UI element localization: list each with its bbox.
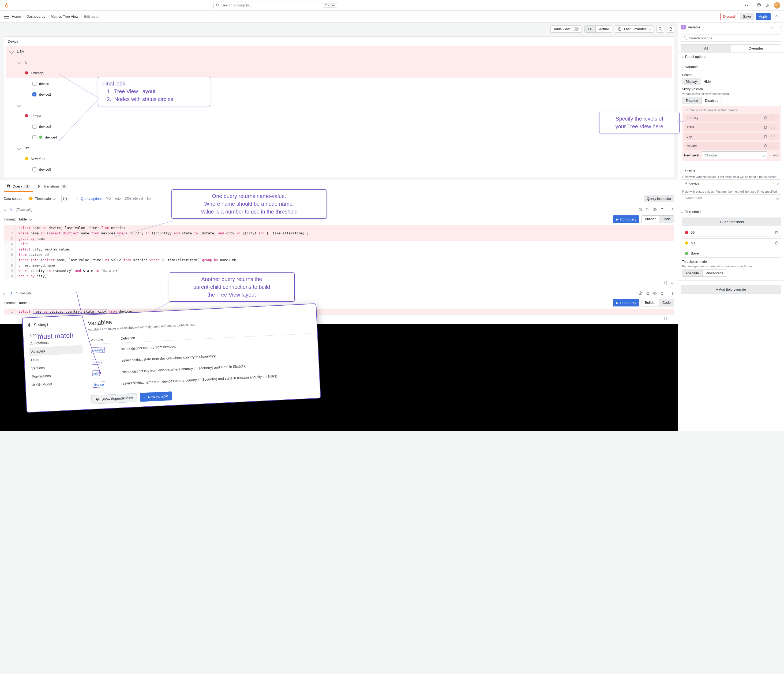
section-variable[interactable]: Variable [685,65,698,69]
threshold-row[interactable]: 55 [682,228,781,237]
trash-icon[interactable] [775,230,778,234]
trash-icon[interactable] [775,241,778,245]
mode-percentage[interactable]: Percentage [703,270,727,277]
tree-row[interactable]: NY [6,143,672,153]
builder-toggle[interactable]: Builder [641,216,659,223]
tab-overrides[interactable]: Overrides [731,45,781,52]
zoom-out-icon[interactable] [656,25,664,33]
new-variable-button[interactable]: +New variable [140,391,172,402]
run-query-button[interactable]: ▶Run query [613,215,639,223]
actual-option[interactable]: Actual [596,26,612,33]
query-inspector-button[interactable]: Query inspector [644,195,674,202]
add-button[interactable]: +▾ [744,3,749,8]
collapse-icon[interactable] [773,13,780,20]
section-panel-options[interactable]: Panel options [685,54,706,59]
add-level-button[interactable]: +Add [770,153,779,157]
threshold-row[interactable]: 50 [682,238,781,247]
discard-button[interactable]: Discard [720,13,738,20]
avatar[interactable] [774,2,780,9]
tree-row[interactable]: IL [6,57,672,67]
help-icon[interactable] [757,3,762,8]
search-input[interactable]: Search or jump to... ctrl+k [213,2,339,9]
trash-icon[interactable] [763,125,767,129]
collapse-icon[interactable] [3,208,6,211]
add-override-button[interactable]: + Add field override [681,285,781,294]
code-toggle[interactable]: Code [659,216,674,223]
tree-row[interactable]: device5 [6,164,672,175]
format-value[interactable]: Table [19,301,27,305]
drag-icon[interactable]: ⋮⋮ [667,291,674,295]
fill-option[interactable]: Fill [585,26,596,33]
show-dependencies-button[interactable]: Show dependencies [91,393,137,404]
tree-row[interactable]: device4 [6,132,672,143]
time-range-picker[interactable]: Last 5 minutes [615,25,654,33]
tab-query[interactable]: Query2 [4,182,33,192]
datasource-select[interactable]: Timescale [26,195,58,202]
sql-editor-a[interactable]: 1select name as device, last(value, time… [4,225,674,279]
save-button[interactable]: Save [740,13,754,20]
tree-row[interactable]: Chicago [6,67,672,78]
code-toggle[interactable]: Code [659,299,674,306]
table-view-toggle[interactable]: Table view [551,25,582,33]
drag-icon[interactable]: ⋮⋮ [770,125,776,129]
query-options-link[interactable]: Query options [81,197,103,201]
new-level-select[interactable]: Choose [702,151,767,159]
format-value[interactable]: Table [19,217,27,221]
section-status[interactable]: Status [685,169,695,173]
drag-icon[interactable]: ⋮⋮ [770,144,776,148]
eye-icon[interactable] [653,208,657,212]
tree-row[interactable]: USA [6,46,672,57]
drag-icon[interactable]: ⋮⋮ [770,116,776,120]
query-time-icon[interactable] [638,208,642,212]
level-row[interactable]: state⋮⋮ [684,123,779,131]
trash-icon[interactable] [763,134,767,139]
duplicate-icon[interactable] [646,208,650,212]
level-row[interactable]: city⋮⋮ [684,132,779,140]
datasource-help-icon[interactable] [61,195,69,202]
trash-icon[interactable] [660,208,664,212]
run-query-button[interactable]: ▶Run query [613,299,639,307]
tab-all[interactable]: All [681,45,731,52]
fill-actual-toggle[interactable]: Fill Actual [585,25,612,33]
breadcrumb-home[interactable]: Home [12,14,21,19]
checkbox[interactable] [33,125,36,129]
status-field-select[interactable]: A device × [682,179,781,187]
tree-row[interactable]: Tampa [6,111,672,121]
apply-button[interactable]: Apply [756,13,771,20]
tab-transform[interactable]: Transform0 [34,182,70,192]
tree-row[interactable]: device3 [6,121,672,132]
checkbox[interactable] [33,135,36,139]
chevron-right-icon[interactable] [779,25,782,28]
sticky-disabled[interactable]: Disabled [702,97,722,104]
header-hide[interactable]: Hide [700,78,714,85]
trash-icon[interactable] [763,116,767,120]
eye-icon[interactable] [653,291,657,295]
collapse-icon[interactable] [3,292,6,295]
mode-absolute[interactable]: Absolute [682,270,703,277]
add-threshold-button[interactable]: + Add threshold [682,218,781,226]
checkbox[interactable] [33,167,36,171]
section-thresholds[interactable]: Thresholds [685,210,702,214]
status-value-select[interactable]: Select field [682,194,781,202]
news-icon[interactable] [765,3,770,8]
header-display[interactable]: Display [682,78,700,85]
options-search-input[interactable]: Search options [681,34,781,42]
sticky-enabled[interactable]: Enabled [682,97,702,104]
checkbox[interactable] [33,82,36,86]
breadcrumb-page[interactable]: Metrics Tree View [51,14,78,19]
drag-icon[interactable]: ⋮⋮ [770,134,776,139]
duplicate-icon[interactable] [646,291,650,295]
builder-toggle[interactable]: Builder [641,299,659,306]
level-row[interactable]: device⋮⋮ [684,142,779,150]
tree-row[interactable]: New York [6,153,672,164]
chevron-down-icon[interactable] [771,25,773,28]
menu-toggle-icon[interactable] [4,15,9,19]
checkbox[interactable]: ✓ [33,92,36,97]
breadcrumb-dashboards[interactable]: Dashboards [26,14,45,19]
trash-icon[interactable] [660,291,664,295]
drag-icon[interactable]: ⋮⋮ [667,208,674,212]
query-time-icon[interactable] [638,291,642,295]
trash-icon[interactable] [763,144,767,148]
refresh-icon[interactable] [667,25,674,33]
level-row[interactable]: country⋮⋮ [684,114,779,121]
